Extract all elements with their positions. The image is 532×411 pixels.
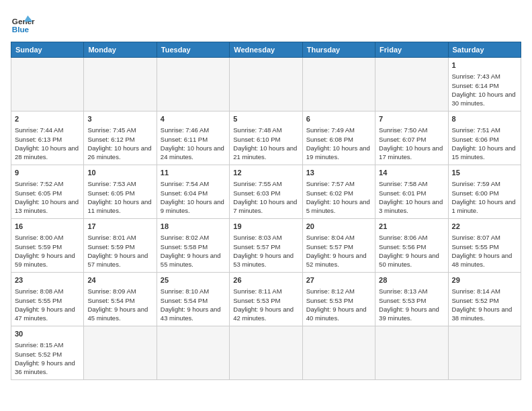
calendar-cell — [157, 326, 229, 380]
day-header-wednesday: Wednesday — [230, 42, 302, 58]
day-info: Sunrise: 7:44 AM Sunset: 6:13 PM Dayligh… — [15, 126, 80, 161]
calendar-cell: 2Sunrise: 7:44 AM Sunset: 6:13 PM Daylig… — [11, 111, 84, 165]
day-info: Sunrise: 7:49 AM Sunset: 6:08 PM Dayligh… — [306, 126, 371, 161]
day-number: 27 — [306, 275, 371, 285]
day-number: 10 — [87, 168, 152, 178]
day-number: 28 — [379, 275, 444, 285]
calendar-cell: 19Sunrise: 8:03 AM Sunset: 5:57 PM Dayli… — [230, 219, 302, 273]
day-number: 11 — [161, 168, 226, 178]
calendar-cell: 12Sunrise: 7:55 AM Sunset: 6:03 PM Dayli… — [230, 165, 302, 219]
day-number: 6 — [306, 114, 371, 124]
day-number: 9 — [15, 168, 80, 178]
day-info: Sunrise: 8:07 AM Sunset: 5:55 PM Dayligh… — [452, 233, 517, 269]
day-number: 12 — [233, 168, 298, 178]
day-header-tuesday: Tuesday — [157, 42, 229, 58]
calendar-cell — [230, 326, 302, 380]
day-info: Sunrise: 8:13 AM Sunset: 5:53 PM Dayligh… — [379, 287, 444, 322]
calendar-cell: 6Sunrise: 7:49 AM Sunset: 6:08 PM Daylig… — [302, 111, 375, 165]
calendar-cell: 28Sunrise: 8:13 AM Sunset: 5:53 PM Dayli… — [375, 273, 448, 326]
day-number: 22 — [452, 222, 517, 232]
day-info: Sunrise: 8:06 AM Sunset: 5:56 PM Dayligh… — [379, 233, 444, 269]
day-header-sunday: Sunday — [11, 42, 84, 58]
day-number: 19 — [233, 222, 298, 232]
calendar-cell: 25Sunrise: 8:10 AM Sunset: 5:54 PM Dayli… — [157, 273, 229, 326]
day-number: 1 — [452, 60, 517, 71]
day-number: 13 — [306, 168, 371, 178]
day-info: Sunrise: 8:04 AM Sunset: 5:57 PM Dayligh… — [306, 233, 371, 269]
day-header-thursday: Thursday — [302, 42, 375, 58]
calendar-cell: 14Sunrise: 7:58 AM Sunset: 6:01 PM Dayli… — [375, 165, 448, 219]
day-info: Sunrise: 7:54 AM Sunset: 6:04 PM Dayligh… — [161, 179, 226, 215]
day-info: Sunrise: 8:02 AM Sunset: 5:58 PM Dayligh… — [161, 233, 226, 269]
day-info: Sunrise: 7:53 AM Sunset: 6:05 PM Dayligh… — [87, 179, 152, 215]
logo: General Blue — [11, 11, 35, 35]
day-info: Sunrise: 7:59 AM Sunset: 6:00 PM Dayligh… — [452, 179, 517, 215]
day-number: 14 — [379, 168, 444, 178]
calendar-cell: 5Sunrise: 7:48 AM Sunset: 6:10 PM Daylig… — [230, 111, 302, 165]
day-info: Sunrise: 7:43 AM Sunset: 6:14 PM Dayligh… — [452, 72, 517, 107]
day-info: Sunrise: 8:00 AM Sunset: 5:59 PM Dayligh… — [15, 233, 80, 269]
day-number: 4 — [161, 114, 226, 124]
day-header-friday: Friday — [375, 42, 448, 58]
day-number: 7 — [379, 114, 444, 124]
day-number: 24 — [87, 275, 152, 285]
day-info: Sunrise: 7:58 AM Sunset: 6:01 PM Dayligh… — [379, 179, 444, 215]
calendar-cell — [84, 58, 157, 111]
svg-text:Blue: Blue — [12, 25, 30, 34]
calendar-cell — [11, 58, 84, 111]
day-number: 29 — [452, 275, 517, 285]
day-number: 18 — [161, 222, 226, 232]
calendar-cell: 15Sunrise: 7:59 AM Sunset: 6:00 PM Dayli… — [448, 165, 521, 219]
calendar-cell — [375, 58, 448, 111]
day-info: Sunrise: 8:15 AM Sunset: 5:52 PM Dayligh… — [15, 340, 80, 376]
calendar-cell: 23Sunrise: 8:08 AM Sunset: 5:55 PM Dayli… — [11, 273, 84, 326]
day-info: Sunrise: 8:03 AM Sunset: 5:57 PM Dayligh… — [233, 233, 298, 269]
calendar-cell — [375, 326, 448, 380]
day-number: 3 — [87, 114, 152, 124]
day-number: 5 — [233, 114, 298, 124]
calendar-cell: 26Sunrise: 8:11 AM Sunset: 5:53 PM Dayli… — [230, 273, 302, 326]
calendar-cell: 8Sunrise: 7:51 AM Sunset: 6:06 PM Daylig… — [448, 111, 521, 165]
day-info: Sunrise: 7:51 AM Sunset: 6:06 PM Dayligh… — [452, 126, 517, 161]
calendar-cell: 16Sunrise: 8:00 AM Sunset: 5:59 PM Dayli… — [11, 219, 84, 273]
calendar-cell: 4Sunrise: 7:46 AM Sunset: 6:11 PM Daylig… — [157, 111, 229, 165]
calendar-cell — [302, 326, 375, 380]
calendar-cell: 17Sunrise: 8:01 AM Sunset: 5:59 PM Dayli… — [84, 219, 157, 273]
calendar-cell: 7Sunrise: 7:50 AM Sunset: 6:07 PM Daylig… — [375, 111, 448, 165]
day-info: Sunrise: 8:01 AM Sunset: 5:59 PM Dayligh… — [87, 233, 152, 269]
day-number: 26 — [233, 275, 298, 285]
day-info: Sunrise: 7:48 AM Sunset: 6:10 PM Dayligh… — [233, 126, 298, 161]
day-info: Sunrise: 7:57 AM Sunset: 6:02 PM Dayligh… — [306, 179, 371, 215]
calendar-cell: 18Sunrise: 8:02 AM Sunset: 5:58 PM Dayli… — [157, 219, 229, 273]
calendar-cell: 1Sunrise: 7:43 AM Sunset: 6:14 PM Daylig… — [448, 58, 521, 111]
day-info: Sunrise: 7:45 AM Sunset: 6:12 PM Dayligh… — [87, 126, 152, 161]
calendar-cell: 29Sunrise: 8:14 AM Sunset: 5:52 PM Dayli… — [448, 273, 521, 326]
day-number: 21 — [379, 222, 444, 232]
day-info: Sunrise: 8:14 AM Sunset: 5:52 PM Dayligh… — [452, 287, 517, 322]
day-header-saturday: Saturday — [448, 42, 521, 58]
calendar-cell — [448, 326, 521, 380]
calendar-cell: 27Sunrise: 8:12 AM Sunset: 5:53 PM Dayli… — [302, 273, 375, 326]
day-number: 15 — [452, 168, 517, 178]
day-number: 16 — [15, 222, 80, 232]
day-number: 17 — [87, 222, 152, 232]
calendar-cell: 21Sunrise: 8:06 AM Sunset: 5:56 PM Dayli… — [375, 219, 448, 273]
day-number: 8 — [452, 114, 517, 124]
calendar-cell: 10Sunrise: 7:53 AM Sunset: 6:05 PM Dayli… — [84, 165, 157, 219]
day-info: Sunrise: 8:10 AM Sunset: 5:54 PM Dayligh… — [161, 287, 226, 322]
day-number: 25 — [161, 275, 226, 285]
day-info: Sunrise: 8:12 AM Sunset: 5:53 PM Dayligh… — [306, 287, 371, 322]
calendar-cell: 3Sunrise: 7:45 AM Sunset: 6:12 PM Daylig… — [84, 111, 157, 165]
logo-icon: General Blue — [11, 11, 35, 35]
day-number: 30 — [15, 329, 80, 339]
calendar-cell: 30Sunrise: 8:15 AM Sunset: 5:52 PM Dayli… — [11, 326, 84, 380]
calendar-cell: 20Sunrise: 8:04 AM Sunset: 5:57 PM Dayli… — [302, 219, 375, 273]
calendar-cell — [230, 58, 302, 111]
day-info: Sunrise: 8:11 AM Sunset: 5:53 PM Dayligh… — [233, 287, 298, 322]
day-info: Sunrise: 7:52 AM Sunset: 6:05 PM Dayligh… — [15, 179, 80, 215]
day-info: Sunrise: 8:09 AM Sunset: 5:54 PM Dayligh… — [87, 287, 152, 322]
calendar-cell: 22Sunrise: 8:07 AM Sunset: 5:55 PM Dayli… — [448, 219, 521, 273]
calendar-cell — [157, 58, 229, 111]
day-info: Sunrise: 7:55 AM Sunset: 6:03 PM Dayligh… — [233, 179, 298, 215]
day-number: 2 — [15, 114, 80, 124]
